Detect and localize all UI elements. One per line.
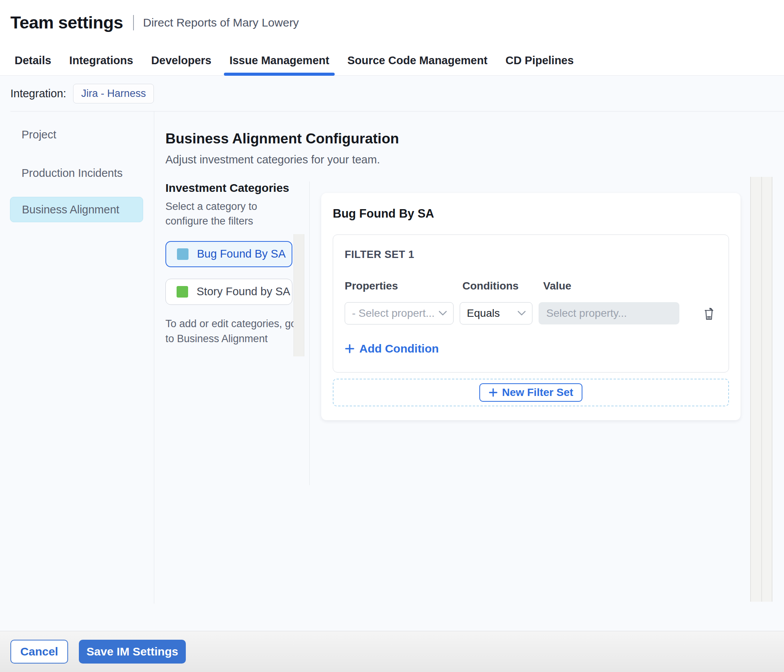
categories-hint: Select a category to configure the filte… [165,200,302,229]
category-detail-card: Bug Found By SA FILTER SET 1 Properties … [321,193,741,420]
column-label-conditions: Conditions [462,280,537,292]
page-subtitle: Direct Reports of Mary Lowery [143,16,299,29]
column-label-properties: Properties [345,280,456,292]
save-im-settings-button[interactable]: Save IM Settings [79,640,186,664]
tab-source-code-management[interactable]: Source Code Management [347,45,487,75]
property-select-value: - Select propert... [352,307,435,319]
footer-action-bar: Cancel Save IM Settings [0,631,784,672]
tab-label: Integrations [69,54,133,67]
panel-scrollbars [750,177,773,602]
active-tab-underline [224,73,334,76]
sidebar-item-label: Business Alignment [22,203,119,216]
page-title: Team settings [10,13,123,33]
condition-select-value: Equals [467,307,500,319]
category-story-found-by-sa[interactable]: Story Found by SA [165,279,292,305]
value-input[interactable] [539,302,679,324]
tab-issue-management[interactable]: Issue Management [229,45,329,75]
tab-label: Details [15,54,51,67]
add-condition-button[interactable]: Add Condition [345,342,439,355]
tab-label: Issue Management [229,54,329,67]
sidebar-item-label: Project [22,128,56,141]
categories-footnote: To add or edit categories, go to Busines… [165,316,302,346]
sidebar-item-project[interactable]: Project [10,122,143,147]
filter-columns-header: Properties Conditions Value [345,280,717,292]
filter-set-title: FILTER SET 1 [345,249,717,261]
plus-icon [345,344,355,354]
main-content: Business Alignment Configuration Adjust … [154,111,784,631]
category-detail-panel: Bug Found By SA FILTER SET 1 Properties … [310,181,741,420]
filter-set-box: FILTER SET 1 Properties Conditions Value… [333,235,729,373]
delete-condition-button[interactable] [701,304,717,322]
categories-list: Bug Found By SA Story Found by SA [165,241,294,305]
inner-scrollbar[interactable] [750,177,761,602]
page-header: Team settings Direct Reports of Mary Low… [0,0,784,45]
tab-developers[interactable]: Developers [151,45,211,75]
category-color-swatch-icon [177,286,188,298]
filter-condition-row: - Select propert... Equals [345,302,717,324]
section-heading: Business Alignment Configuration [165,131,784,147]
integration-label: Integration: [10,87,66,100]
sidebar-item-production-incidents[interactable]: Production Incidents [10,160,143,186]
sidebar-item-business-alignment[interactable]: Business Alignment [10,197,143,222]
tab-label: CD Pipelines [505,54,574,67]
condition-select[interactable]: Equals [460,302,532,324]
tab-integrations[interactable]: Integrations [69,45,133,75]
plus-icon [489,388,498,397]
tab-label: Source Code Management [347,54,487,67]
integration-bar: Integration: Jira - Harness [0,76,784,111]
property-select[interactable]: - Select propert... [345,302,454,324]
sidebar-item-label: Production Incidents [22,167,123,180]
tab-label: Developers [151,54,211,67]
outer-scrollbar[interactable] [761,177,772,602]
categories-title: Investment Categories [165,181,294,195]
investment-categories-panel: Investment Categories Select a category … [165,181,294,346]
chevron-down-icon [439,311,447,316]
new-filter-set-button[interactable]: New Filter Set [479,383,582,402]
category-label: Bug Found By SA [197,248,286,260]
section-subheading: Adjust investment categories for your te… [165,153,784,166]
chevron-down-icon [517,311,526,316]
add-condition-label: Add Condition [359,342,439,355]
category-bug-found-by-sa[interactable]: Bug Found By SA [165,241,292,267]
column-label-value: Value [543,280,684,292]
new-filter-set-dropzone: New Filter Set [333,379,729,406]
integration-badge[interactable]: Jira - Harness [73,84,154,103]
tab-cd-pipelines[interactable]: CD Pipelines [505,45,574,75]
category-label: Story Found by SA [197,285,290,298]
detail-card-title: Bug Found By SA [333,207,729,221]
trash-icon [702,306,716,321]
category-color-swatch-icon [177,248,188,260]
tab-details[interactable]: Details [15,45,51,75]
cancel-button[interactable]: Cancel [10,640,68,664]
new-filter-set-label: New Filter Set [502,386,573,399]
categories-scrollbar[interactable] [294,234,304,356]
tab-bar: Details Integrations Developers Issue Ma… [0,45,784,76]
title-separator [133,15,134,30]
